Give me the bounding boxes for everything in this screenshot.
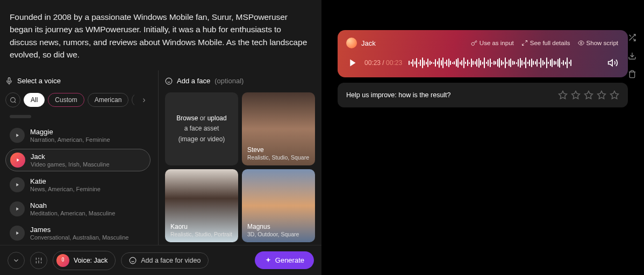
face-name: Kaoru	[170, 223, 232, 230]
upload-line2: a face asset	[184, 124, 219, 134]
voice-tags: Video games, Irish, Masculine	[31, 161, 110, 168]
trash-icon[interactable]	[627, 69, 638, 79]
voice-name: Maggie	[30, 128, 110, 136]
settings-icon[interactable]	[30, 252, 47, 269]
voice-section-header: Select a voice	[5, 77, 151, 85]
download-icon[interactable]	[627, 50, 638, 61]
voice-name: James	[30, 226, 128, 234]
sparkle-icon	[264, 257, 272, 264]
voice-tags: Narration, American, Feminine	[30, 136, 110, 143]
face-icon	[129, 257, 137, 264]
face-icon	[165, 77, 173, 85]
voice-item-jack[interactable]: JackVideo games, Irish, Masculine	[5, 149, 151, 171]
star-4[interactable]	[597, 90, 606, 100]
upload-face-card[interactable]: Browse or upload a face asset (image or …	[165, 92, 238, 165]
play-button[interactable]	[346, 57, 358, 69]
face-name: Magnus	[247, 223, 299, 230]
play-icon[interactable]	[10, 226, 25, 241]
face-card-magnus[interactable]: Magnus3D, Outdoor, Square	[242, 169, 315, 242]
face-meta: 3D, Outdoor, Square	[247, 231, 299, 237]
voice-name: Noah	[30, 201, 115, 209]
voice-avatar-icon	[56, 254, 69, 267]
see-full-details-button[interactable]: See full details	[521, 40, 570, 46]
shuffle-icon[interactable]	[627, 32, 638, 43]
voice-name: Jack	[31, 153, 110, 161]
svg-point-8	[130, 257, 136, 264]
bottom-bar: Voice: Jack Add a face for video Generat…	[0, 245, 321, 275]
voice-tags: Meditation, American, Masculine	[30, 210, 115, 216]
generate-label: Generate	[275, 256, 304, 264]
star-5[interactable]	[610, 90, 619, 100]
feedback-text: Help us improve: how is the result?	[346, 91, 451, 99]
voice-pill[interactable]: Voice: Jack	[53, 251, 116, 270]
generate-button[interactable]: Generate	[255, 251, 314, 269]
chevron-down-icon[interactable]	[8, 252, 25, 269]
description-text: Founded in 2008 by a passionate Windows …	[0, 0, 321, 70]
face-section-header: Add a face (optional)	[165, 77, 315, 85]
scroll-indicator	[10, 115, 31, 118]
star-3[interactable]	[584, 90, 593, 100]
filter-all[interactable]: All	[24, 93, 45, 107]
volume-icon[interactable]	[607, 57, 618, 68]
face-meta: Realistic, Studio, Square	[247, 154, 309, 161]
star-1[interactable]	[558, 90, 568, 100]
mic-icon	[5, 77, 13, 85]
svg-point-0	[10, 97, 15, 102]
use-as-input-button[interactable]: Use as input	[471, 40, 514, 46]
show-script-button[interactable]: Show script	[578, 40, 618, 46]
face-name: Steve	[247, 146, 309, 154]
face-pill[interactable]: Add a face for video	[121, 252, 209, 269]
star-rating	[558, 90, 619, 100]
filter-young[interactable]: Young	[132, 93, 134, 107]
voice-tags: Conversational, Australian, Masculine	[30, 234, 128, 241]
time-display: 00:23 / 00:23	[364, 59, 402, 67]
feedback-card: Help us improve: how is the result?	[338, 83, 628, 107]
browse-text: Browse	[176, 114, 198, 122]
voice-name: Katie	[30, 177, 101, 185]
upload-line3: (image or video)	[178, 134, 225, 144]
svg-point-9	[580, 42, 582, 44]
face-header-label: Add a face	[177, 77, 210, 85]
play-icon[interactable]	[10, 128, 25, 143]
face-meta: Realistic, Studio, Portrait	[170, 231, 232, 237]
voice-item-maggie[interactable]: MaggieNarration, American, Feminine	[5, 125, 151, 146]
voice-pill-label: Voice: Jack	[74, 257, 108, 264]
svg-point-1	[166, 78, 172, 84]
voice-item-noah[interactable]: NoahMeditation, American, Masculine	[5, 198, 151, 220]
filter-row: All Custom American Young Fem ›	[5, 92, 151, 107]
face-card-kaoru[interactable]: KaoruRealistic, Studio, Portrait	[165, 169, 238, 242]
player-name: Jack	[361, 39, 467, 47]
voice-column: Select a voice All Custom American Young…	[0, 70, 159, 275]
waveform[interactable]	[409, 56, 601, 70]
search-button[interactable]	[5, 92, 20, 107]
filter-american[interactable]: American	[88, 93, 129, 107]
player-avatar	[346, 38, 357, 48]
play-icon[interactable]	[10, 177, 25, 192]
star-2[interactable]	[571, 90, 581, 100]
play-icon[interactable]	[10, 153, 25, 168]
player-card: Jack Use as input See full details Show …	[338, 30, 628, 77]
face-column: Add a face (optional) Browse or upload a…	[159, 70, 321, 275]
voice-header-label: Select a voice	[17, 77, 61, 85]
optional-label: (optional)	[214, 77, 244, 85]
voice-tags: News, American, Feminine	[30, 186, 101, 192]
voice-item-katie[interactable]: KatieNews, American, Feminine	[5, 174, 151, 196]
play-icon[interactable]	[10, 201, 25, 216]
voice-item-james[interactable]: JamesConversational, Australian, Masculi…	[5, 222, 151, 244]
face-card-steve[interactable]: SteveRealistic, Studio, Square	[242, 92, 315, 165]
filter-custom[interactable]: Custom	[48, 93, 84, 107]
chevron-right-icon[interactable]: ›	[138, 93, 151, 106]
face-pill-label: Add a face for video	[141, 257, 201, 264]
